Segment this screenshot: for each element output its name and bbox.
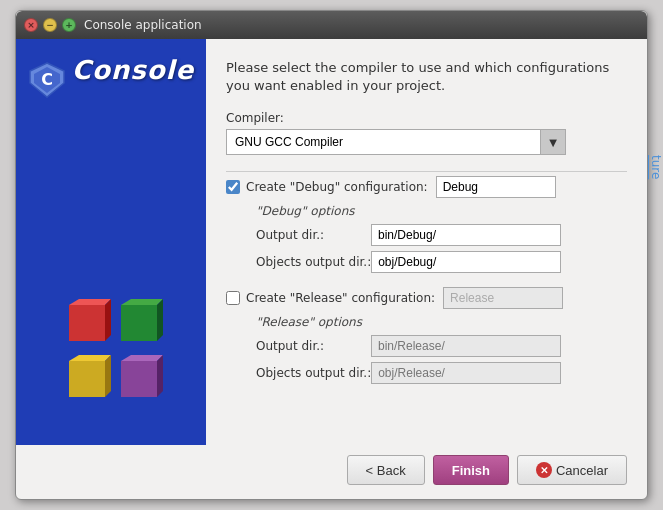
release-options-group: "Release" options Output dir.: Objects o… bbox=[256, 315, 627, 384]
release-output-dir-input[interactable] bbox=[371, 335, 561, 357]
cancel-button[interactable]: ✕ Cancelar bbox=[517, 455, 627, 485]
compiler-select[interactable]: GNU GCC Compiler bbox=[226, 129, 566, 155]
svg-marker-9 bbox=[69, 361, 105, 397]
content-area: C Console bbox=[16, 39, 647, 445]
back-label: < Back bbox=[366, 463, 406, 478]
debug-objects-dir-input[interactable] bbox=[371, 251, 561, 273]
release-output-dir-label: Output dir.: bbox=[256, 339, 371, 353]
finish-button[interactable]: Finish bbox=[433, 455, 509, 485]
finish-label: Finish bbox=[452, 463, 490, 478]
debug-config-header: Create "Debug" configuration: bbox=[226, 176, 627, 198]
svg-marker-7 bbox=[121, 299, 163, 305]
release-config-header: Create "Release" configuration: bbox=[226, 287, 627, 309]
debug-checkbox[interactable] bbox=[226, 180, 240, 194]
compiler-section: Compiler: GNU GCC Compiler ▼ bbox=[226, 111, 627, 155]
cube-red bbox=[61, 297, 113, 349]
release-config-label: Create "Release" configuration: bbox=[246, 291, 435, 305]
svg-marker-12 bbox=[121, 361, 157, 397]
debug-options-label: "Debug" options bbox=[256, 204, 627, 218]
release-objects-dir-input[interactable] bbox=[371, 362, 561, 384]
svg-marker-8 bbox=[157, 299, 163, 341]
svg-marker-5 bbox=[105, 299, 111, 341]
right-panel: Please select the compiler to use and wh… bbox=[206, 39, 647, 445]
svg-marker-10 bbox=[69, 355, 111, 361]
release-objects-dir-label: Objects output dir.: bbox=[256, 366, 371, 380]
release-output-dir-row: Output dir.: bbox=[256, 335, 627, 357]
debug-config-value-input[interactable] bbox=[436, 176, 556, 198]
debug-output-dir-input[interactable] bbox=[371, 224, 561, 246]
release-config-section: Create "Release" configuration: "Release… bbox=[226, 287, 627, 390]
bottom-bar: < Back Finish ✕ Cancelar bbox=[16, 445, 647, 499]
main-window: × − + Console application C Console bbox=[15, 10, 648, 500]
svg-marker-6 bbox=[121, 305, 157, 341]
debug-config-label: Create "Debug" configuration: bbox=[246, 180, 428, 194]
shield-icon: C bbox=[28, 61, 66, 99]
svg-text:C: C bbox=[41, 70, 53, 89]
cube-graphic bbox=[61, 297, 161, 405]
compiler-select-wrapper: GNU GCC Compiler ▼ bbox=[226, 129, 566, 155]
cube-green bbox=[113, 297, 165, 349]
cube-purple bbox=[113, 353, 165, 405]
debug-options-group: "Debug" options Output dir.: Objects out… bbox=[256, 204, 627, 273]
divider-1 bbox=[226, 171, 627, 172]
back-button[interactable]: < Back bbox=[347, 455, 425, 485]
intro-text: Please select the compiler to use and wh… bbox=[226, 59, 627, 95]
release-config-value-input[interactable] bbox=[443, 287, 563, 309]
logo-text: Console bbox=[72, 55, 194, 85]
svg-marker-4 bbox=[69, 299, 111, 305]
release-checkbox[interactable] bbox=[226, 291, 240, 305]
svg-marker-11 bbox=[105, 355, 111, 397]
cancel-label: Cancelar bbox=[556, 463, 608, 478]
cube-yellow bbox=[61, 353, 113, 405]
debug-objects-dir-row: Objects output dir.: bbox=[256, 251, 627, 273]
minimize-button[interactable]: − bbox=[43, 18, 57, 32]
close-button[interactable]: × bbox=[24, 18, 38, 32]
debug-output-dir-row: Output dir.: bbox=[256, 224, 627, 246]
compiler-label: Compiler: bbox=[226, 111, 627, 125]
svg-marker-13 bbox=[121, 355, 163, 361]
logo-row: C Console bbox=[28, 55, 194, 105]
left-panel: C Console bbox=[16, 39, 206, 445]
titlebar: × − + Console application bbox=[16, 11, 647, 39]
svg-marker-3 bbox=[69, 305, 105, 341]
window-title: Console application bbox=[84, 18, 202, 32]
cancel-icon: ✕ bbox=[536, 462, 552, 478]
release-objects-dir-row: Objects output dir.: bbox=[256, 362, 627, 384]
release-options-label: "Release" options bbox=[256, 315, 627, 329]
svg-marker-14 bbox=[157, 355, 163, 397]
debug-config-section: Create "Debug" configuration: "Debug" op… bbox=[226, 176, 627, 279]
window-controls: × − + bbox=[24, 18, 76, 32]
debug-objects-dir-label: Objects output dir.: bbox=[256, 255, 371, 269]
maximize-button[interactable]: + bbox=[62, 18, 76, 32]
debug-output-dir-label: Output dir.: bbox=[256, 228, 371, 242]
